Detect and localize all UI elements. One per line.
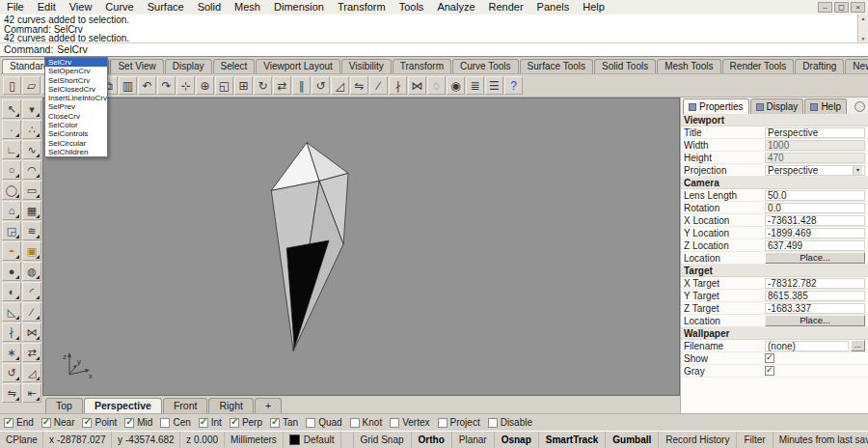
osnap-near[interactable]: Near: [41, 417, 75, 428]
property-value-field[interactable]: -78312.782▾: [765, 278, 865, 289]
open-file-icon[interactable]: ▱: [22, 76, 41, 95]
autocomplete-item[interactable]: InsertLineIntoCrv: [45, 94, 107, 102]
rectangle-icon[interactable]: ▭: [22, 181, 41, 200]
autocomplete-item[interactable]: SelControls: [45, 129, 107, 138]
polyline-icon[interactable]: ∟: [2, 140, 21, 159]
property-value-field[interactable]: -73631.428▾: [765, 215, 865, 226]
menu-item-analyze[interactable]: Analyze: [430, 0, 481, 14]
panel-tab-properties[interactable]: Properties: [683, 98, 749, 114]
menu-item-file[interactable]: File: [0, 0, 31, 14]
menu-item-transform[interactable]: Transform: [331, 0, 393, 14]
redo-icon[interactable]: ↷: [157, 76, 176, 95]
scale-icon[interactable]: ◿: [331, 76, 349, 95]
hide-icon[interactable]: ◌: [427, 76, 446, 95]
property-value-field[interactable]: -1683.337▾: [765, 303, 865, 314]
autocomplete-item[interactable]: SelOpenCrv: [45, 67, 107, 75]
menu-item-mesh[interactable]: Mesh: [228, 0, 267, 14]
ellipse-icon[interactable]: ◯: [2, 181, 21, 200]
circle-icon[interactable]: ○: [2, 160, 21, 180]
viewport-tab-front[interactable]: Front: [163, 398, 208, 413]
help-icon[interactable]: ?: [504, 76, 523, 95]
menu-item-curve[interactable]: Curve: [98, 0, 140, 14]
status-toggle-planar[interactable]: Planar: [452, 432, 495, 448]
osnap-end[interactable]: End: [4, 417, 34, 428]
sphere-icon[interactable]: ●: [2, 262, 21, 281]
zoom-icon[interactable]: ⊕: [196, 76, 214, 95]
cylinder-icon[interactable]: ◍: [22, 262, 41, 281]
status-toggle-grid-snap[interactable]: Grid Snap: [354, 432, 412, 448]
tab-set-view[interactable]: Set View: [110, 59, 163, 73]
property-value-field[interactable]: Perspective▾: [765, 165, 865, 176]
point-icon[interactable]: ∙: [2, 120, 21, 139]
units-button[interactable]: Millimeters: [225, 432, 284, 448]
extrude-icon[interactable]: ◓: [2, 241, 21, 261]
cplane-button[interactable]: CPlane: [0, 432, 43, 448]
boolean-icon[interactable]: ◐: [2, 282, 21, 301]
property-value-field[interactable]: Perspective▾: [765, 127, 865, 138]
menu-item-surface[interactable]: Surface: [141, 0, 191, 14]
curve-icon[interactable]: ∿: [22, 140, 41, 159]
osnap-mid[interactable]: Mid: [124, 417, 152, 428]
scroll-up-icon[interactable]: ▲: [861, 15, 866, 21]
polygon-icon[interactable]: ⌂: [2, 201, 21, 220]
autocomplete-item[interactable]: SelClosedCrv: [45, 85, 107, 94]
tab-viewport-layout[interactable]: Viewport Layout: [256, 59, 340, 73]
property-value-field[interactable]: 470▾: [765, 153, 865, 163]
property-checkbox[interactable]: [765, 353, 774, 363]
viewport-tab-right[interactable]: Right: [208, 398, 254, 413]
autocomplete-item[interactable]: CloseCrv: [45, 112, 107, 121]
osnap-knot[interactable]: Knot: [350, 417, 383, 428]
plane-icon[interactable]: ▦: [22, 201, 41, 220]
close-button[interactable]: ×: [851, 2, 865, 13]
status-toggle-filter[interactable]: Filter: [737, 432, 773, 448]
panel-tab-help[interactable]: Help: [804, 98, 847, 114]
autocomplete-item[interactable]: SelChildren: [45, 148, 107, 156]
tab-drafting[interactable]: Drafting: [795, 59, 844, 73]
point-cloud-icon[interactable]: ∴: [22, 120, 41, 139]
status-toggle-gumball[interactable]: Gumball: [606, 432, 659, 448]
menu-item-panels[interactable]: Panels: [530, 0, 577, 14]
osnap-int[interactable]: Int: [199, 417, 222, 428]
box-icon[interactable]: ▣: [22, 241, 41, 261]
move-icon[interactable]: ⇄: [22, 343, 41, 362]
tab-transform[interactable]: Transform: [393, 59, 451, 73]
property-value-field[interactable]: 50.0▾: [765, 190, 865, 201]
status-toggle-record-history[interactable]: Record History: [659, 432, 737, 448]
undo-icon[interactable]: ↶: [138, 76, 156, 95]
menu-item-dimension[interactable]: Dimension: [267, 0, 331, 14]
menu-item-edit[interactable]: Edit: [31, 0, 63, 14]
browse-button[interactable]: ...: [851, 340, 865, 351]
rotate-icon[interactable]: ↺: [312, 76, 330, 95]
move-icon[interactable]: ⇄: [273, 76, 291, 95]
explode-icon[interactable]: ∗: [2, 343, 21, 362]
maximize-button[interactable]: ◻: [834, 2, 849, 13]
dropdown-arrow-icon[interactable]: ▾: [853, 166, 862, 175]
popup-menu-icon[interactable]: ▾: [22, 99, 41, 119]
split-icon[interactable]: ∤: [389, 76, 407, 95]
tab-visibility[interactable]: Visibility: [341, 59, 392, 73]
tab-render-tools[interactable]: Render Tools: [722, 59, 795, 73]
new-viewport-tab-button[interactable]: +: [255, 398, 282, 413]
paste-icon[interactable]: ▥: [119, 76, 137, 95]
property-value-field[interactable]: 637.499▾: [765, 240, 865, 251]
property-value-field[interactable]: -1899.469▾: [765, 228, 865, 238]
select-arrow-icon[interactable]: ↖: [2, 99, 21, 119]
scroll-down-icon[interactable]: ▼: [861, 36, 866, 42]
mirror-icon[interactable]: ⇋: [2, 383, 21, 403]
tab-display[interactable]: Display: [165, 59, 212, 73]
autocomplete-item[interactable]: SelCircular: [45, 139, 107, 148]
show-icon[interactable]: ◉: [447, 76, 465, 95]
status-toggle-osnap[interactable]: Osnap: [495, 432, 539, 448]
panel-tab-display[interactable]: Display: [750, 98, 804, 114]
menu-item-view[interactable]: View: [63, 0, 99, 14]
mirror-icon[interactable]: ⇋: [350, 76, 368, 95]
viewport-canvas[interactable]: [43, 98, 679, 395]
osnap-quad[interactable]: Quad: [306, 417, 341, 428]
dimension-icon[interactable]: ⇤: [22, 383, 41, 403]
menu-item-help[interactable]: Help: [576, 0, 611, 14]
history-scrollbar[interactable]: ▲ ▼: [857, 14, 868, 42]
property-checkbox[interactable]: [765, 366, 774, 376]
scale-icon[interactable]: ◿: [22, 363, 41, 382]
property-value-field[interactable]: 0.0▾: [765, 203, 865, 213]
fillet-icon[interactable]: ◜: [22, 282, 41, 301]
